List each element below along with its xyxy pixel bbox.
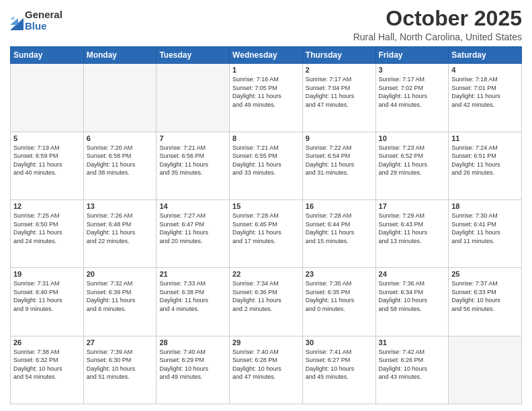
calendar-cell: 9Sunrise: 7:22 AM Sunset: 6:54 PM Daylig… — [302, 132, 375, 199]
day-info: Sunrise: 7:21 AM Sunset: 6:56 PM Dayligh… — [159, 144, 226, 177]
calendar-cell: 17Sunrise: 7:29 AM Sunset: 6:43 PM Dayli… — [375, 199, 449, 267]
calendar-week-3: 12Sunrise: 7:25 AM Sunset: 6:50 PM Dayli… — [11, 199, 522, 267]
day-info: Sunrise: 7:18 AM Sunset: 7:01 PM Dayligh… — [451, 75, 519, 109]
day-number: 13 — [87, 202, 154, 210]
calendar-cell — [449, 336, 522, 404]
calendar-week-5: 26Sunrise: 7:38 AM Sunset: 6:32 PM Dayli… — [11, 336, 522, 404]
calendar-cell: 28Sunrise: 7:40 AM Sunset: 6:29 PM Dayli… — [157, 336, 230, 404]
calendar-cell: 15Sunrise: 7:28 AM Sunset: 6:45 PM Dayli… — [230, 199, 303, 267]
day-number: 23 — [306, 270, 373, 278]
calendar-cell: 19Sunrise: 7:31 AM Sunset: 6:40 PM Dayli… — [11, 268, 84, 336]
day-number: 31 — [379, 338, 446, 347]
calendar-cell: 1Sunrise: 7:16 AM Sunset: 7:05 PM Daylig… — [230, 64, 303, 132]
day-info: Sunrise: 7:41 AM Sunset: 6:27 PM Dayligh… — [306, 348, 373, 381]
day-info: Sunrise: 7:35 AM Sunset: 6:35 PM Dayligh… — [306, 279, 373, 313]
calendar-cell: 16Sunrise: 7:28 AM Sunset: 6:44 PM Dayli… — [302, 199, 375, 267]
calendar-cell: 14Sunrise: 7:27 AM Sunset: 6:47 PM Dayli… — [157, 199, 230, 267]
day-info: Sunrise: 7:30 AM Sunset: 6:41 PM Dayligh… — [451, 212, 519, 245]
calendar-week-1: 1Sunrise: 7:16 AM Sunset: 7:05 PM Daylig… — [11, 64, 522, 132]
calendar-cell: 11Sunrise: 7:24 AM Sunset: 6:51 PM Dayli… — [449, 132, 522, 199]
day-info: Sunrise: 7:42 AM Sunset: 6:26 PM Dayligh… — [379, 348, 446, 381]
day-info: Sunrise: 7:21 AM Sunset: 6:55 PM Dayligh… — [232, 144, 300, 177]
svg-marker-2 — [10, 16, 14, 19]
calendar-cell: 7Sunrise: 7:21 AM Sunset: 6:56 PM Daylig… — [157, 132, 230, 199]
calendar-cell — [11, 64, 84, 132]
calendar-cell: 8Sunrise: 7:21 AM Sunset: 6:55 PM Daylig… — [230, 132, 303, 199]
header: General Blue October 2025 Rural Hall, No… — [10, 7, 522, 42]
day-info: Sunrise: 7:40 AM Sunset: 6:28 PM Dayligh… — [232, 348, 300, 381]
day-number: 1 — [232, 66, 300, 74]
day-info: Sunrise: 7:34 AM Sunset: 6:36 PM Dayligh… — [232, 279, 300, 313]
day-number: 7 — [159, 134, 226, 142]
logo-icon — [10, 11, 24, 30]
day-number: 18 — [451, 202, 519, 210]
calendar-header-monday: Monday — [83, 47, 157, 64]
day-number: 29 — [232, 338, 300, 347]
day-info: Sunrise: 7:17 AM Sunset: 7:04 PM Dayligh… — [306, 75, 373, 109]
logo: General Blue — [10, 9, 62, 32]
day-info: Sunrise: 7:31 AM Sunset: 6:40 PM Dayligh… — [13, 279, 81, 313]
day-info: Sunrise: 7:36 AM Sunset: 6:34 PM Dayligh… — [379, 279, 446, 313]
day-info: Sunrise: 7:33 AM Sunset: 6:38 PM Dayligh… — [159, 279, 226, 313]
day-number: 5 — [13, 134, 81, 142]
calendar-cell: 2Sunrise: 7:17 AM Sunset: 7:04 PM Daylig… — [302, 64, 375, 132]
calendar-header-row: SundayMondayTuesdayWednesdayThursdayFrid… — [11, 47, 522, 64]
day-info: Sunrise: 7:32 AM Sunset: 6:39 PM Dayligh… — [87, 279, 154, 313]
calendar-header-saturday: Saturday — [449, 47, 522, 64]
calendar-cell: 4Sunrise: 7:18 AM Sunset: 7:01 PM Daylig… — [449, 64, 522, 132]
calendar-header-thursday: Thursday — [302, 47, 375, 64]
day-number: 30 — [306, 338, 373, 347]
day-number: 4 — [451, 66, 519, 74]
day-number: 15 — [232, 202, 300, 210]
day-number: 28 — [159, 338, 226, 347]
calendar-cell: 20Sunrise: 7:32 AM Sunset: 6:39 PM Dayli… — [83, 268, 157, 336]
calendar-table: SundayMondayTuesdayWednesdayThursdayFrid… — [10, 46, 522, 404]
logo-blue: Blue — [25, 21, 62, 32]
calendar-cell: 12Sunrise: 7:25 AM Sunset: 6:50 PM Dayli… — [11, 199, 84, 267]
day-number: 12 — [13, 202, 81, 210]
calendar-header-tuesday: Tuesday — [157, 47, 230, 64]
calendar-cell: 21Sunrise: 7:33 AM Sunset: 6:38 PM Dayli… — [157, 268, 230, 336]
day-info: Sunrise: 7:39 AM Sunset: 6:30 PM Dayligh… — [87, 348, 154, 381]
calendar-cell: 31Sunrise: 7:42 AM Sunset: 6:26 PM Dayli… — [375, 336, 449, 404]
calendar-cell: 24Sunrise: 7:36 AM Sunset: 6:34 PM Dayli… — [375, 268, 449, 336]
day-number: 11 — [451, 134, 519, 142]
day-number: 14 — [159, 202, 226, 210]
day-info: Sunrise: 7:25 AM Sunset: 6:50 PM Dayligh… — [13, 212, 81, 245]
calendar-cell: 26Sunrise: 7:38 AM Sunset: 6:32 PM Dayli… — [11, 336, 84, 404]
page: General Blue October 2025 Rural Hall, No… — [0, 0, 532, 411]
calendar-cell — [157, 64, 230, 132]
calendar-header-friday: Friday — [375, 47, 449, 64]
logo-general: General — [25, 9, 62, 21]
calendar-cell: 29Sunrise: 7:40 AM Sunset: 6:28 PM Dayli… — [230, 336, 303, 404]
day-info: Sunrise: 7:24 AM Sunset: 6:51 PM Dayligh… — [451, 144, 519, 177]
day-info: Sunrise: 7:27 AM Sunset: 6:47 PM Dayligh… — [159, 212, 226, 245]
day-number: 20 — [87, 270, 154, 278]
calendar-week-4: 19Sunrise: 7:31 AM Sunset: 6:40 PM Dayli… — [11, 268, 522, 336]
day-number: 3 — [379, 66, 446, 74]
calendar-cell: 25Sunrise: 7:37 AM Sunset: 6:33 PM Dayli… — [449, 268, 522, 336]
day-number: 24 — [379, 270, 446, 278]
calendar-cell: 23Sunrise: 7:35 AM Sunset: 6:35 PM Dayli… — [302, 268, 375, 336]
calendar-week-2: 5Sunrise: 7:19 AM Sunset: 6:59 PM Daylig… — [11, 132, 522, 199]
calendar-cell — [83, 64, 157, 132]
day-number: 10 — [379, 134, 446, 142]
calendar-cell: 5Sunrise: 7:19 AM Sunset: 6:59 PM Daylig… — [11, 132, 84, 199]
day-number: 21 — [159, 270, 226, 278]
day-number: 6 — [87, 134, 154, 142]
day-info: Sunrise: 7:22 AM Sunset: 6:54 PM Dayligh… — [306, 144, 373, 177]
day-info: Sunrise: 7:37 AM Sunset: 6:33 PM Dayligh… — [451, 279, 519, 313]
day-number: 25 — [451, 270, 519, 278]
calendar-cell: 22Sunrise: 7:34 AM Sunset: 6:36 PM Dayli… — [230, 268, 303, 336]
day-info: Sunrise: 7:20 AM Sunset: 6:58 PM Dayligh… — [87, 144, 154, 177]
location: Rural Hall, North Carolina, United State… — [353, 32, 522, 42]
month-title: October 2025 — [353, 7, 522, 30]
day-number: 8 — [232, 134, 300, 142]
day-number: 16 — [306, 202, 373, 210]
day-info: Sunrise: 7:16 AM Sunset: 7:05 PM Dayligh… — [232, 75, 300, 109]
day-number: 22 — [232, 270, 300, 278]
day-info: Sunrise: 7:19 AM Sunset: 6:59 PM Dayligh… — [13, 144, 81, 177]
day-number: 2 — [306, 66, 373, 74]
day-number: 26 — [13, 338, 81, 347]
title-block: October 2025 Rural Hall, North Carolina,… — [353, 7, 522, 42]
